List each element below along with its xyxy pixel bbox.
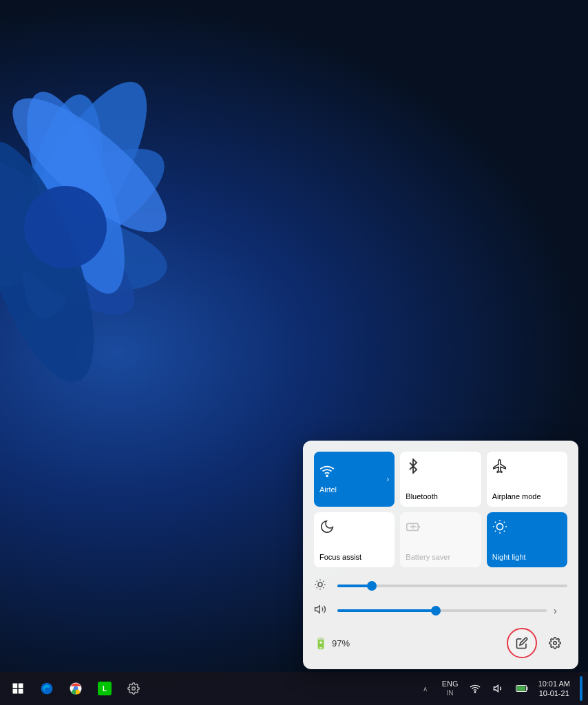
svg-marker-43	[494, 685, 498, 691]
clock-time: 10:01 AM	[538, 679, 570, 688]
wifi-chevron-icon: ›	[386, 474, 389, 484]
lang-bottom: IN	[447, 689, 454, 697]
panel-bottom: 🔋 97%	[314, 628, 567, 658]
battery-saver-label: Battery saver	[406, 552, 450, 562]
wifi-btn-content: Airtel	[319, 463, 386, 494]
svg-point-13	[496, 523, 503, 529]
battery-icon: 🔋	[314, 637, 328, 650]
airplane-label: Airplane mode	[492, 492, 541, 501]
volume-icon	[314, 603, 330, 618]
svg-point-42	[474, 692, 475, 693]
svg-point-32	[554, 642, 557, 645]
bluetooth-label: Bluetooth	[406, 492, 437, 501]
battery-percentage: 97%	[332, 638, 350, 649]
svg-rect-36	[19, 689, 23, 694]
line-icon[interactable]: L	[92, 676, 117, 701]
airplane-icon	[492, 459, 507, 477]
svg-line-20	[495, 531, 496, 532]
svg-rect-46	[516, 686, 525, 691]
lang-top: ENG	[442, 680, 459, 688]
taskbar: L ∧ ENG IN	[0, 672, 588, 705]
taskbar-apps: L	[6, 676, 146, 701]
tray-chevron[interactable]: ∧	[416, 679, 435, 698]
network-tray-icon[interactable]	[465, 679, 485, 698]
volume-tray-icon[interactable]	[489, 679, 508, 698]
settings-button[interactable]	[543, 631, 567, 655]
quick-settings-panel: Airtel › Bluetooth Airplane mode	[303, 441, 578, 669]
battery-info: 🔋 97%	[314, 637, 350, 650]
wifi-label: Airtel	[319, 485, 337, 494]
wifi-icon	[319, 463, 335, 482]
airplane-toggle-button[interactable]: Airplane mode	[487, 452, 567, 507]
battery-tray-icon[interactable]	[512, 679, 532, 698]
start-button[interactable]	[6, 676, 30, 701]
svg-point-22	[318, 582, 322, 587]
brightness-slider-row	[314, 578, 567, 593]
svg-line-26	[323, 587, 324, 588]
battery-saver-icon	[406, 519, 421, 538]
svg-line-16	[495, 522, 496, 523]
volume-chevron-icon[interactable]: ›	[554, 605, 567, 616]
svg-point-9	[326, 476, 328, 477]
svg-text:L: L	[103, 685, 107, 693]
volume-track[interactable]	[337, 609, 547, 612]
panel-actions	[507, 628, 567, 658]
focus-icon	[319, 519, 335, 538]
volume-slider-row: ›	[314, 603, 567, 618]
focus-assist-toggle-button[interactable]: Focus assist	[314, 512, 395, 567]
language-indicator[interactable]: ENG IN	[439, 678, 461, 698]
svg-rect-34	[19, 684, 23, 688]
wifi-toggle-button[interactable]: Airtel ›	[314, 452, 395, 507]
settings-taskbar-icon[interactable]	[121, 676, 146, 701]
svg-line-29	[317, 587, 317, 588]
svg-line-21	[503, 522, 504, 523]
wallpaper-svg	[0, 0, 275, 454]
chrome-icon[interactable]	[63, 676, 88, 701]
notification-indicator[interactable]	[580, 676, 582, 701]
night-light-icon	[492, 519, 507, 538]
taskbar-tray: ∧ ENG IN	[416, 676, 582, 701]
night-light-toggle-button[interactable]: Night light	[487, 512, 567, 567]
brightness-thumb[interactable]	[367, 581, 377, 591]
bluetooth-toggle-button[interactable]: Bluetooth	[400, 452, 481, 507]
night-light-label: Night light	[492, 552, 526, 562]
brightness-track[interactable]	[337, 585, 567, 587]
svg-rect-45	[526, 687, 527, 691]
svg-point-8	[24, 186, 107, 269]
battery-saver-toggle-button[interactable]: Battery saver	[400, 512, 481, 567]
svg-point-41	[132, 687, 136, 691]
edit-button[interactable]	[507, 628, 537, 658]
focus-assist-label: Focus assist	[319, 552, 361, 562]
svg-rect-33	[13, 684, 18, 688]
volume-fill	[337, 609, 436, 612]
volume-thumb[interactable]	[431, 606, 441, 615]
toggle-grid: Airtel › Bluetooth Airplane mode	[314, 452, 567, 567]
svg-marker-31	[315, 606, 320, 613]
bluetooth-icon	[406, 459, 421, 477]
svg-rect-35	[13, 689, 18, 694]
brightness-icon	[314, 578, 330, 593]
clock[interactable]: 10:01 AM 10-01-21	[536, 677, 573, 700]
svg-line-25	[317, 581, 317, 582]
clock-date: 10-01-21	[539, 688, 569, 698]
edge-icon[interactable]	[34, 676, 59, 701]
svg-line-17	[503, 531, 504, 532]
svg-line-30	[323, 581, 324, 582]
